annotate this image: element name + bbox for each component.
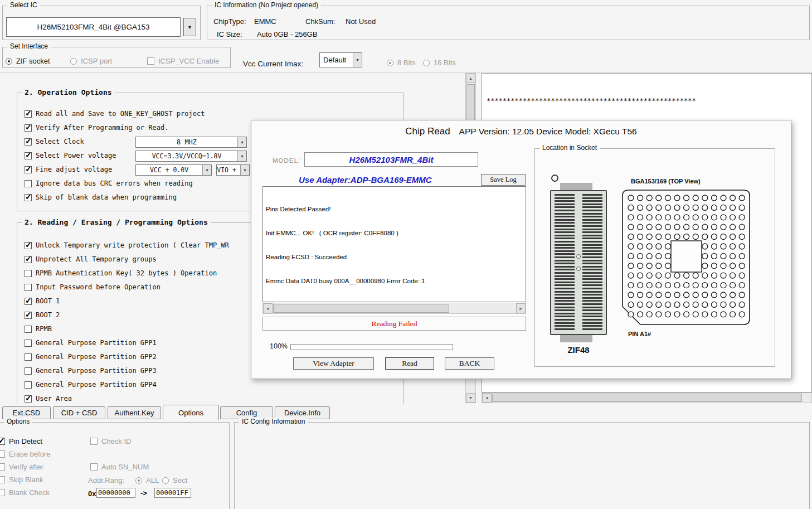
model-label: MODEL: (273, 157, 300, 164)
scrollbar-thumb[interactable] (273, 304, 449, 313)
blank-check-option: Blank Check (0, 488, 50, 497)
status-box: Reading Failed (262, 317, 526, 331)
select-ic-dropdown-button[interactable]: ▼ (183, 18, 196, 36)
select-ic-legend: Select IC (7, 1, 40, 9)
ic-size-label: IC Size: (217, 30, 242, 38)
scroll-up-button[interactable]: ▲ (466, 74, 475, 83)
scroll-down-button[interactable]: ▼ (466, 393, 475, 403)
option-label: RPMB Authentication Key( 32 bytes ) Oper… (36, 269, 217, 277)
boot1-checkbox[interactable] (25, 298, 32, 305)
select-ic-combo[interactable]: H26M52103FMR_4Bit @BGA153 (6, 17, 181, 37)
rw-row-unlock-tmp: Unlock Temporary write protection ( Clea… (25, 241, 229, 249)
addr-end-input[interactable] (154, 488, 191, 498)
ignore-crc-checkbox[interactable] (25, 180, 32, 187)
scroll-right-icon: ► (519, 307, 523, 311)
option-label: Unlock Temporary write protection ( Clea… (36, 241, 229, 249)
chevron-down-icon[interactable]: ▼ (240, 165, 249, 175)
chevron-down-icon[interactable]: ▼ (237, 151, 246, 161)
boot2-checkbox[interactable] (25, 312, 32, 319)
addr-start-input[interactable] (96, 488, 135, 498)
erase-before-label: Erase before (9, 450, 50, 458)
read-all-checkbox[interactable] (25, 110, 32, 118)
gpp4-checkbox[interactable] (25, 381, 32, 389)
select-clock-checkbox[interactable] (25, 138, 32, 146)
verify-after-checkbox2[interactable] (0, 463, 5, 471)
rpmb-auth-checkbox[interactable] (25, 270, 32, 277)
rw-row-gpp3: General Purpose Partition GPP3 (25, 367, 157, 375)
bottom-options-legend: Options (4, 418, 32, 425)
gpp2-checkbox[interactable] (25, 353, 32, 361)
pin-detect-checkbox[interactable] (0, 438, 5, 445)
blank-check-checkbox[interactable] (0, 489, 5, 496)
user-area-checkbox[interactable] (25, 395, 32, 403)
scroll-left-button[interactable]: ◄ (482, 393, 492, 403)
rw-row-gpp2: General Purpose Partition GPP2 (25, 353, 157, 361)
selected-ic-value: H26M52103FMR_4Bit @BGA153 (37, 23, 149, 31)
check-id-option: Check ID (90, 437, 131, 445)
power-voltage-combo[interactable]: VCC=3.3V/VCCQ=1.8V ▼ (135, 151, 247, 162)
tab-authent-key[interactable]: Authent.Key (108, 406, 161, 419)
bits-8-option: 8 Bits (387, 59, 416, 67)
chevron-down-icon[interactable]: ▼ (202, 165, 211, 175)
icsp-port-option: ICSP port (70, 57, 112, 65)
check-id-checkbox[interactable] (90, 438, 98, 445)
erase-before-checkbox[interactable] (0, 450, 5, 458)
device-log-hscrollbar[interactable]: ◄ (482, 392, 812, 403)
zif48-label: ZIF48 (550, 345, 607, 355)
bits-8-radio[interactable] (387, 60, 393, 66)
save-log-label: Save Log (490, 176, 517, 184)
chevron-down-icon: ▼ (187, 25, 192, 30)
gpp1-checkbox[interactable] (25, 340, 32, 347)
tab-cid-csd[interactable]: CID + CSD (53, 406, 105, 419)
log-line: Switch to USER AREA Error! (266, 302, 523, 302)
option-label: Skip of blank data when programming (36, 193, 177, 201)
back-button[interactable]: BACK (445, 357, 494, 370)
log-line: Pins Detected Passed! (266, 205, 523, 213)
rw-row-boot1: BOOT 1 (25, 297, 60, 305)
read-log-hscrollbar[interactable]: ◄ ► (262, 303, 526, 314)
addr-sect-radio[interactable] (162, 477, 169, 484)
option-label: General Purpose Partition GPP4 (36, 381, 157, 389)
location-in-socket-group: Location in Socket ZIF48 BGA153/169 (TOP… (534, 148, 775, 367)
zif-socket-label: ZIF socket (16, 57, 50, 65)
addr-sect-label: Sect (173, 476, 187, 484)
fine-adjust-checkbox[interactable] (25, 166, 32, 173)
save-log-button[interactable]: Save Log (481, 174, 526, 186)
chevron-down-icon[interactable]: ▼ (237, 137, 246, 147)
chevron-down-icon[interactable]: ▼ (353, 53, 362, 67)
clock-combo[interactable]: 8 MHZ ▼ (135, 137, 247, 148)
vcc-adjust-value: VCC + 0.0V (136, 165, 202, 175)
icsp-port-radio[interactable] (70, 58, 77, 65)
skip-blank-data-checkbox[interactable] (25, 194, 32, 201)
vcc-imax-combo[interactable]: Default ▼ (319, 52, 362, 67)
input-password-checkbox[interactable] (25, 284, 32, 291)
unlock-tmp-checkbox[interactable] (25, 242, 32, 249)
power-voltage-checkbox[interactable] (25, 152, 32, 159)
scroll-right-button[interactable]: ► (516, 303, 526, 313)
vio-adjust-combo[interactable]: VIO + ▼ (216, 164, 250, 176)
gpp3-checkbox[interactable] (25, 367, 32, 375)
progress-bar (290, 344, 453, 350)
auto-sn-checkbox[interactable] (90, 463, 98, 471)
scrollbar-thumb[interactable] (466, 84, 475, 124)
option-label: User Area (36, 395, 72, 403)
zif-socket-radio[interactable] (6, 58, 12, 65)
scroll-left-button[interactable]: ◄ (263, 303, 273, 313)
bits-16-radio[interactable] (423, 60, 430, 66)
vcc-adjust-combo[interactable]: VCC + 0.0V ▼ (135, 164, 212, 176)
rw-row-boot2: BOOT 2 (25, 311, 60, 319)
zif-bottom-tab (560, 335, 592, 342)
bga-view-label: BGA153/169 (TOP View) (631, 178, 701, 185)
view-adapter-button[interactable]: View Adapter (293, 357, 374, 370)
addr-all-radio[interactable] (135, 477, 142, 484)
unprotect-checkbox[interactable] (25, 256, 32, 263)
rpmb-checkbox[interactable] (25, 326, 32, 333)
tab-options[interactable]: Options (163, 405, 219, 420)
read-button[interactable]: Read (385, 357, 434, 370)
icsp-vcc-checkbox[interactable] (147, 57, 154, 65)
tab-label: Options (178, 409, 203, 417)
skip-blank-checkbox2[interactable] (0, 476, 5, 483)
back-label: BACK (459, 359, 480, 368)
verify-after-checkbox[interactable] (25, 124, 32, 132)
scrollbar-thumb[interactable] (492, 394, 802, 402)
